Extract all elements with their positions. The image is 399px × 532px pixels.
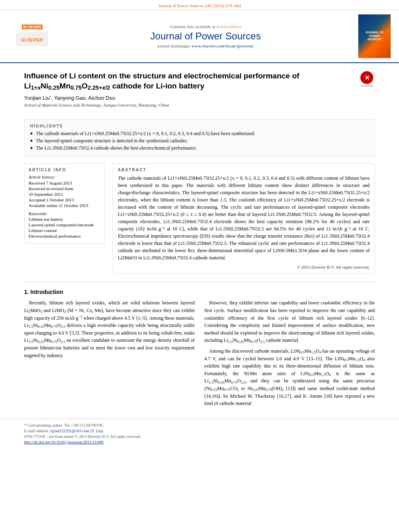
journal-cover-image: JOURNAL OFPOWERSOURCES bbox=[358, 14, 391, 58]
elsevier-logo-area: ELSEVIER ELSEVIER bbox=[8, 25, 56, 48]
section-divider bbox=[24, 282, 375, 282]
authors: Yunjian Liu*, Yanyong Gao, Aichun Dou bbox=[24, 95, 355, 101]
footer-issn: 0378-7753/$ – see front matter © 2013 El… bbox=[24, 434, 375, 439]
journal-homepage: journal homepage: www.elsevier.com/locat… bbox=[56, 43, 355, 48]
intro-para-1: Recently, lithium rich layered oxides, w… bbox=[24, 299, 195, 359]
crossmark-label: CrossMark bbox=[360, 84, 373, 87]
article-history-label: Article history: bbox=[29, 175, 100, 179]
highlights-section: HIGHLIGHTS The cathode materials of Li1+… bbox=[24, 119, 375, 157]
crossmark-badge-area[interactable]: ✕ CrossMark bbox=[359, 71, 375, 87]
keyword-3: Lithium content bbox=[29, 228, 100, 233]
highlights-list: The cathode materials of Li1+xNi0.25Mn0.… bbox=[30, 131, 369, 151]
highlight-item-1: The cathode materials of Li1+xNi0.25Mn0.… bbox=[30, 131, 369, 137]
keywords-section: Keywords: Lithium ion battery Layered-sp… bbox=[29, 211, 100, 238]
homepage-label: journal homepage: bbox=[157, 43, 190, 48]
article-title-text: Influence of Li content on the structure… bbox=[24, 71, 355, 113]
intro-text-left: Recently, lithium rich layered oxides, w… bbox=[24, 299, 195, 359]
journal-ref-text: Journal of Power Sources 248 (2014) 679–… bbox=[158, 3, 241, 8]
intro-text-right: However, they exhibit inferior rate capa… bbox=[204, 299, 375, 407]
keyword-1: Lithium ion battery bbox=[29, 217, 100, 222]
article-title-section: Influence of Li content on the structure… bbox=[24, 71, 375, 113]
accepted-date: Accepted 1 October 2013 bbox=[29, 197, 100, 202]
abstract-box: ABSTRACT The cathode materials of Li1+xN… bbox=[113, 163, 375, 274]
received-date: Received 7 August 2013 bbox=[29, 181, 100, 185]
elsevier-banner-text: ELSEVIER bbox=[22, 25, 43, 29]
footer-email-note: E-mail address: lyjian122331@163.com (Y.… bbox=[24, 429, 375, 433]
highlight-item-3: The Li1.3Ni0.25Mn0.75O2.4 cathode shows … bbox=[30, 145, 369, 151]
footer-notes: * Corresponding author. Tel.: +86 511 88… bbox=[24, 423, 375, 444]
crossmark-icon[interactable]: ✕ bbox=[360, 71, 373, 84]
intro-para-right-1: However, they exhibit inferior rate capa… bbox=[204, 299, 375, 344]
article-info-abstract-section: ARTICLE INFO Article history: Received 7… bbox=[24, 163, 375, 274]
svg-text:ELSEVIER: ELSEVIER bbox=[21, 37, 43, 42]
received-revised-label: Received in revised form bbox=[29, 186, 100, 191]
intro-number: 1. bbox=[24, 289, 29, 295]
intro-para-right-2: Among the discovered cathode materials, … bbox=[204, 347, 375, 407]
footer-doi[interactable]: http://dx.doi.org/10.1016/j.jpowsour.201… bbox=[24, 440, 375, 444]
cover-title-text: JOURNAL OFPOWERSOURCES bbox=[365, 31, 383, 41]
affiliation: School of Material Science and Technolog… bbox=[24, 103, 355, 107]
elsevier-tree-svg: ELSEVIER bbox=[12, 30, 52, 48]
copyright-line: © 2013 Elsevier B.V. All rights reserved… bbox=[118, 265, 370, 269]
journal-reference-bar: Journal of Power Sources 248 (2014) 679–… bbox=[0, 0, 399, 10]
homepage-url[interactable]: www.elsevier.com/locate/jpowsour bbox=[191, 43, 253, 48]
received-revised-date: 29 September 2013 bbox=[29, 192, 100, 197]
highlight-item-2: The layered-spinel composite structure i… bbox=[30, 138, 369, 144]
abstract-text: The cathode materials of Li1+xNi0.25Mn0.… bbox=[118, 175, 370, 261]
intro-heading: 1. Introduction bbox=[24, 289, 375, 295]
page-footer: * Corresponding author. Tel.: +86 511 88… bbox=[0, 419, 399, 448]
main-content: Influence of Li content on the structure… bbox=[0, 63, 399, 419]
email-label: E-mail address: bbox=[24, 429, 49, 433]
contents-label: Contents lists available at bbox=[170, 24, 216, 29]
abstract-col: ABSTRACT The cathode materials of Li1+xN… bbox=[113, 163, 375, 274]
keyword-2: Layered-spinel composited electrode bbox=[29, 222, 100, 227]
footer-star-note: * Corresponding author. Tel.: +86 511 88… bbox=[24, 423, 375, 427]
journal-header-center: Contents lists available at ScienceDirec… bbox=[56, 24, 355, 48]
available-date: Available online 11 October 2013 bbox=[29, 203, 100, 208]
elsevier-logo: ELSEVIER ELSEVIER bbox=[8, 25, 56, 48]
journal-header: ELSEVIER ELSEVIER Contents lists availab… bbox=[0, 10, 399, 63]
intro-col-left: Recently, lithium rich layered oxides, w… bbox=[24, 299, 195, 410]
email-address[interactable]: lyjian122331@163.com (Y. Liu). bbox=[50, 429, 104, 433]
sciencedirect-line: Contents lists available at ScienceDirec… bbox=[56, 24, 355, 29]
article-info-label: ARTICLE INFO bbox=[29, 168, 100, 172]
article-info-col: ARTICLE INFO Article history: Received 7… bbox=[24, 163, 105, 274]
intro-two-col: Recently, lithium rich layered oxides, w… bbox=[24, 299, 375, 410]
intro-col-right: However, they exhibit inferior rate capa… bbox=[204, 299, 375, 410]
highlights-label: HIGHLIGHTS bbox=[30, 124, 369, 128]
keyword-4: Electrochemical performance bbox=[29, 234, 100, 238]
journal-cover-area: JOURNAL OFPOWERSOURCES bbox=[355, 14, 391, 58]
intro-title: Introduction bbox=[31, 289, 64, 295]
article-title: Influence of Li content on the structure… bbox=[24, 71, 355, 91]
journal-title: Journal of Power Sources bbox=[56, 31, 355, 42]
introduction-section: 1. Introduction Recently, lithium rich l… bbox=[24, 289, 375, 410]
keywords-label: Keywords: bbox=[29, 211, 100, 216]
article-info-box: ARTICLE INFO Article history: Received 7… bbox=[24, 163, 105, 244]
sciencedirect-link[interactable]: ScienceDirect bbox=[216, 24, 241, 29]
abstract-label: ABSTRACT bbox=[118, 168, 370, 172]
